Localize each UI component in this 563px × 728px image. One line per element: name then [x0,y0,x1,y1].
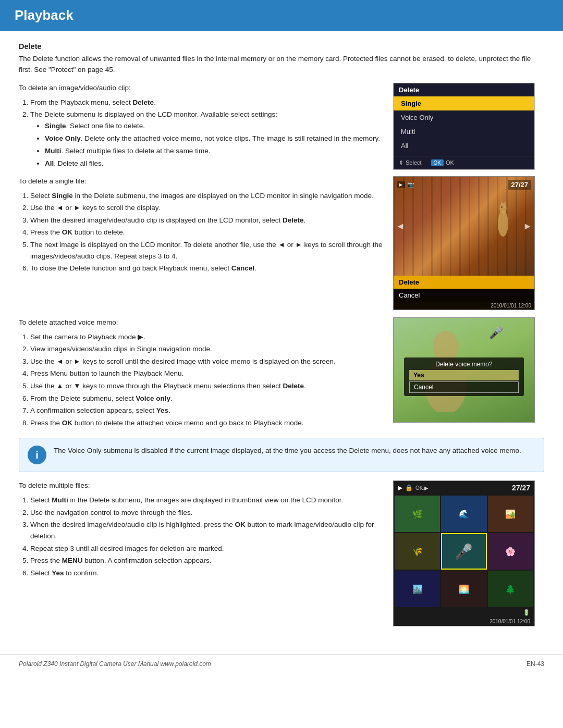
voice-delete-dialog: Delete voice memo? Yes Cancel [404,357,524,396]
mf-step-6: Select Yes to confirm. [30,567,384,579]
footer-ok-label: OK OK [431,159,454,166]
thumb-9[interactable]: 🌲 [488,571,533,607]
lcd-timestamp: 2010/01/01 12:00 [394,302,534,310]
voice-memo-lcd-screenshot: 🎤 Delete voice memo? Yes Cancel [393,317,544,423]
vm-step-1: Set the camera to Playback mode ▶. [30,331,384,343]
thumb-4[interactable]: 🌾 [395,533,440,570]
multi-frame-counter: 27/27 [512,484,530,492]
footer-ok-text: OK [446,159,454,166]
lcd-cancel-button[interactable]: Cancel [394,289,534,302]
vm-step-7: A confirmation selection appears, select… [30,405,384,416]
vm-step-8: Press the OK button to delete the attach… [30,417,384,429]
multi-lcd-top-left: ▶ 🔒 OK:▶ [398,484,429,491]
step-2: The Delete submenu is displayed on the L… [30,109,384,169]
delete-menu-item-single[interactable]: Single [394,96,534,110]
mf-step-3: When the desired image/video/audio clip … [30,519,384,541]
svg-point-4 [501,206,503,207]
voice-cancel-button[interactable]: Cancel [409,381,519,393]
bullet-voice-only: Voice Only. Delete only the attached voi… [45,133,384,145]
or-text: or [65,204,71,212]
multi-file-text-col: To delete multiple files: Select Multi i… [19,480,384,579]
multi-ok-indicator: OK:▶ [415,485,429,491]
single-file-steps: Select Single in the Delete submenu, the… [30,190,384,274]
thumb-3[interactable]: 🏜️ [488,496,533,532]
single-file-text-col: To delete a single file: Select Single i… [19,176,384,275]
delete-menu-item-all[interactable]: All [394,139,534,153]
memory-icon: 📷 [407,181,414,188]
page-header: Playback [0,0,563,31]
multi-lcd-ui: ▶ 🔒 OK:▶ 27/27 🌿 🌊 🏜️ [393,480,535,626]
multi-timestamp: 2010/01/01 12:00 [394,617,534,626]
multi-lcd-top-bar: ▶ 🔒 OK:▶ 27/27 [394,481,534,495]
delete-heading: To delete an image/video/audio clip: [19,83,384,94]
step-1: From the Playback menu, select Delete. [30,97,384,108]
voice-memo-text-col: To delete attached voice memo: Set the c… [19,317,384,430]
voice-memo-section: To delete attached voice memo: Set the c… [19,317,544,430]
info-icon: i [28,446,46,464]
lcd-top-left: ▶ 📷 [397,181,414,188]
thumb-7-content: 🏙️ [412,584,423,594]
vm-step-6: From the Delete submenu, select Voice on… [30,393,384,404]
thumb-2-content: 🌊 [459,509,469,519]
ok-button-icon: OK [431,159,444,166]
or-text-2: or [287,241,293,249]
sf-step-6: To close the Delete function and go back… [30,263,384,274]
play-mode-icon: ▶ [397,181,405,188]
thumb-2[interactable]: 🌊 [441,496,486,532]
delete-text-col: To delete an image/video/audio clip: Fro… [19,83,384,171]
thumb-5-selected[interactable]: 🎤 [441,533,486,570]
voice-delete-dialog-text: Delete voice memo? [409,361,519,368]
multi-file-section: To delete multiple files: Select Multi i… [19,480,544,626]
single-file-section: To delete a single file: Select Single i… [19,176,544,310]
voice-yes-button[interactable]: Yes [409,370,519,380]
thumbnail-grid: 🌿 🌊 🏜️ 🌾 🎤 🌸 [394,495,534,608]
multi-delete-lcd-screenshot: ▶ 🔒 OK:▶ 27/27 🌿 🌊 🏜️ [393,480,544,626]
thumb-7[interactable]: 🏙️ [395,571,440,607]
thumb-1[interactable]: 🌿 [395,496,440,532]
sf-step-1: Select Single in the Delete submenu, the… [30,190,384,202]
microphone-icon: 🎤 [489,326,503,340]
sf-step-3: When the desired image/video/audio clip … [30,215,384,226]
select-arrows-icon: ⇕ [399,159,403,166]
mf-step-1: Select Multi in the Delete submenu, the … [30,495,384,506]
sf-step-5: The next image is displayed on the LCD m… [30,239,384,262]
voice-lcd-ui: 🎤 Delete voice memo? Yes Cancel [393,317,535,423]
thumb-8[interactable]: 🌅 [441,571,486,607]
delete-steps-list: From the Playback menu, select Delete. T… [30,97,384,170]
sf-step-4: Press the OK button to delete. [30,227,384,238]
bullet-all: All. Delete all files. [45,158,384,170]
delete-menu-item-voice-only[interactable]: Voice Only [394,110,534,125]
info-note-box: i The Voice Only submenu is disabled if … [19,438,544,472]
vm-step-4: Press Menu button to launch the Playback… [30,368,384,379]
intro-paragraph: The Delete function allows the removal o… [19,54,544,76]
camera-lcd-single: ▶ 📷 27/27 ◄ ► Delete Cancel 2010/01/01 1… [393,176,535,310]
delete-menu-screenshot: Delete Single Voice Only Multi All ⇕ Sel… [393,83,544,170]
thumb-1-content: 🌿 [412,509,423,519]
main-content: Delete The Delete function allows the re… [0,31,563,644]
delete-menu-item-multi[interactable]: Multi [394,125,534,139]
multi-play-icon: ▶ [398,484,402,491]
giraffe-icon [487,198,519,250]
thumb-4-content: 🌾 [412,547,423,557]
mf-step-4: Repeat step 3 until all desired images f… [30,543,384,554]
lcd-delete-button[interactable]: Delete [394,276,534,289]
multi-right-bar: 🔋 [394,608,534,617]
multi-lock-icon: 🔒 [405,484,413,491]
mf-step-5: Press the MENU button. A confirmation se… [30,555,384,566]
thumb-5-content: 🎤 [455,543,473,560]
lcd-frame-counter: 27/27 [508,180,531,190]
bullet-list: Single. Select one file to delete. Voice… [45,120,384,170]
lcd-left-arrow-icon[interactable]: ◄ [396,220,405,231]
single-file-lcd-screenshot: ▶ 📷 27/27 ◄ ► Delete Cancel 2010/01/01 1… [393,176,544,310]
footer-right-text: EN-43 [527,660,544,668]
section-title-delete: Delete [19,42,544,51]
vm-step-2: View images/videos/audio clips in Single… [30,343,384,355]
bullet-single: Single. Select one file to delete. [45,120,384,132]
footer-select-text: Select [406,159,422,166]
sf-step-2: Use the ◄ or ► keys to scroll the displa… [30,202,384,214]
thumb-6[interactable]: 🌸 [488,533,533,570]
lcd-right-arrow-icon[interactable]: ► [523,220,532,231]
thumb-3-content: 🏜️ [505,509,516,519]
bullet-multi: Multi. Select multiple files to delete a… [45,145,384,157]
single-file-heading: To delete a single file: [19,176,384,187]
